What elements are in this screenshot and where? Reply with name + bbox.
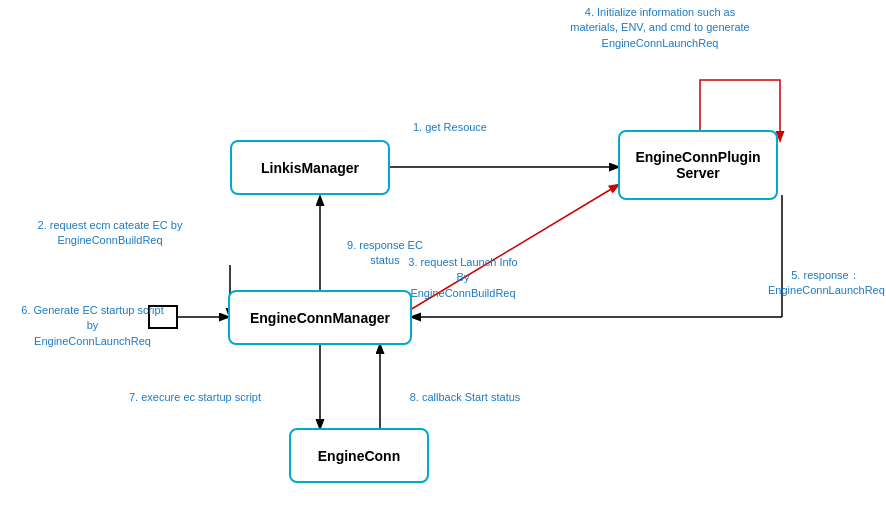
ec-box: EngineConn (289, 428, 429, 483)
label-4: 4. Initialize information such asmateria… (560, 5, 760, 51)
label-5: 5. response：EngineConnLaunchReq (768, 268, 883, 299)
label-2: 2. request ecm cateate EC byEngineConnBu… (30, 218, 190, 249)
label-1: 1. get Resouce (390, 120, 510, 135)
ecm-label: EngineConnManager (250, 310, 390, 326)
label-6: 6. Generate EC startup script byEngineCo… (20, 303, 165, 349)
diagram-container: LinkisManager EngineConnPluginServer Eng… (0, 0, 886, 522)
ec-label: EngineConn (318, 448, 400, 464)
ecm-box: EngineConnManager (228, 290, 412, 345)
linkis-manager-box: LinkisManager (230, 140, 390, 195)
label-3: 3. request Launch InfoByEngineConnBuildR… (393, 255, 533, 301)
label-7: 7. execure ec startup script (115, 390, 275, 405)
label-8: 8. callback Start status (385, 390, 545, 405)
linkis-manager-label: LinkisManager (261, 160, 359, 176)
ecplugin-server-box: EngineConnPluginServer (618, 130, 778, 200)
ecplugin-server-label: EngineConnPluginServer (635, 149, 760, 181)
